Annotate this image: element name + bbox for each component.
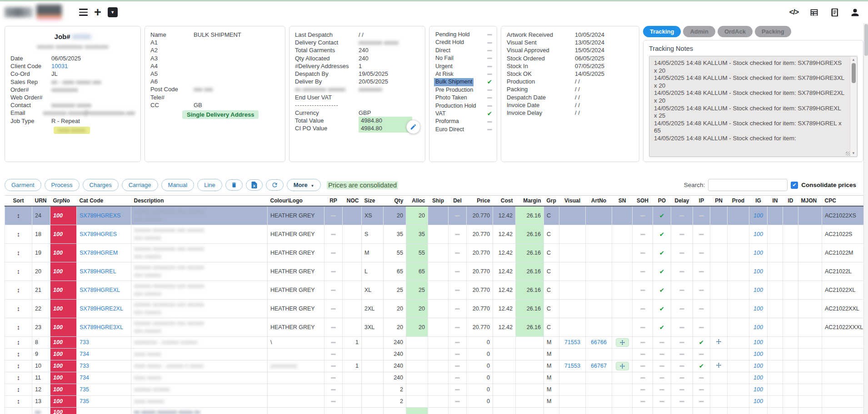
process-button[interactable]: Process [45, 179, 80, 191]
row-drag-handle[interactable]: ↕ [17, 249, 20, 256]
scroll-up-icon[interactable]: ▲ [852, 58, 855, 62]
row-drag-handle[interactable]: ↕ [17, 212, 20, 219]
notes-scrollbar-thumb[interactable] [852, 63, 856, 83]
ig-link[interactable]: 100 [753, 363, 763, 369]
row-drag-handle[interactable]: ↕ [17, 268, 20, 275]
page-scrollbar[interactable] [863, 23, 868, 414]
menu-icon[interactable] [79, 9, 88, 16]
flag-pending-hold[interactable]: Pending Hold [434, 31, 492, 39]
pn-move-button[interactable] [716, 362, 722, 368]
row-drag-handle[interactable]: ↕ [17, 386, 20, 393]
table-icon[interactable] [809, 8, 819, 17]
row-drag-handle[interactable]: ↕ [17, 231, 20, 238]
stock-move-button[interactable] [616, 338, 629, 347]
flag-at-risk[interactable]: At Risk [434, 70, 492, 78]
col-header-qty[interactable]: Qty [384, 196, 406, 207]
table-row[interactable]: ↕13100735xxxx xxxxxx20M100 [5, 395, 868, 407]
col-header-delay[interactable]: Delay [671, 196, 693, 207]
col-header-grpno[interactable]: GrpNo [50, 196, 77, 207]
notes-scrollbar[interactable]: ▲ ▼ [850, 57, 857, 156]
inbox-dropdown-icon[interactable]: ▼ [108, 7, 118, 17]
cat-link[interactable]: SX789HGREM [80, 250, 118, 256]
cat-link[interactable]: 735 [80, 398, 89, 404]
ig-link[interactable]: 100 [753, 398, 763, 404]
row-drag-handle[interactable]: ↕ [17, 286, 20, 294]
col-header-cat[interactable]: Cat Code [77, 196, 131, 207]
col-header-in[interactable]: IN [768, 196, 783, 207]
col-header-cost[interactable]: Cost [493, 196, 516, 207]
flag-bulk-shipment[interactable]: Bulk Shipment✔ [434, 78, 492, 86]
charges-button[interactable]: Charges [83, 179, 119, 191]
artno-link[interactable]: 66766 [591, 339, 607, 345]
manual-button[interactable]: Manual [161, 179, 195, 191]
ig-link[interactable]: 100 [753, 339, 763, 345]
cat-link[interactable]: SX789HGRES [80, 231, 117, 237]
ig-link[interactable]: 100 [753, 351, 763, 357]
row-drag-handle[interactable]: ↕ [17, 374, 20, 381]
ig-link[interactable]: 100 [753, 306, 763, 312]
ig-link[interactable]: 100 [753, 231, 763, 237]
cat-link[interactable]: SX789HGREXS [80, 212, 120, 219]
col-header-cpc[interactable]: CPC [822, 196, 868, 207]
resize-grip[interactable] [846, 152, 850, 156]
row-drag-handle[interactable]: ↕ [17, 398, 20, 405]
col-header-prod[interactable]: Prod [728, 196, 749, 207]
col-header-del[interactable]: Del [449, 196, 467, 207]
garment-button[interactable]: Garment [5, 179, 41, 191]
col-header-colour[interactable]: Colour\Logo [268, 196, 324, 207]
col-header-grp[interactable]: Grp [544, 196, 559, 207]
col-header-pn[interactable]: PN [710, 196, 728, 207]
table-row[interactable]: ↕19100SX789HGREMxxxxxx xxxxxxxx xxx xxxx… [5, 243, 868, 262]
col-header-sn[interactable]: SN [612, 196, 633, 207]
visual-link[interactable]: 71553 [564, 339, 580, 345]
pn-move-button[interactable] [716, 339, 722, 345]
col-header-ip[interactable]: IP [693, 196, 710, 207]
col-header-rp[interactable]: RP [324, 196, 343, 207]
ig-link[interactable]: 100 [753, 268, 763, 275]
flag-vat[interactable]: VAT✔ [434, 110, 492, 118]
row-drag-handle[interactable]: ↕ [17, 305, 20, 312]
line-button[interactable]: Line [197, 179, 222, 191]
cat-link[interactable]: 735 [80, 386, 89, 393]
col-header-ship[interactable]: Ship [428, 196, 449, 207]
col-header-urn[interactable]: URN [32, 196, 50, 207]
table-row[interactable]: ↕20100SX789HGRELxxxxxx xxxxxxxx xxx xxxx… [5, 262, 868, 281]
ig-link[interactable]: 100 [753, 386, 763, 393]
table-row[interactable]: xx100xx xxxxx xxxxxxx xxxxx xx [5, 407, 868, 414]
flag-proforma[interactable]: Proforma [434, 118, 492, 125]
flag-photo-taken[interactable]: Photo Taken [434, 94, 492, 102]
ig-link[interactable]: 100 [753, 375, 763, 381]
visual-link[interactable]: 71553 [564, 363, 580, 369]
tab-admin[interactable]: Admin [683, 26, 715, 37]
user-icon[interactable] [850, 8, 860, 17]
ig-link[interactable]: 100 [753, 287, 763, 293]
ig-link[interactable]: 100 [753, 250, 763, 256]
table-row[interactable]: ↕8100733xxxxxxxx - xxxxxx xxxxxx\12400M7… [5, 336, 868, 348]
col-header-desc[interactable]: Description [131, 196, 268, 207]
col-header-soh[interactable]: SOH [633, 196, 653, 207]
tab-packing[interactable]: Packing [755, 26, 791, 37]
table-row[interactable]: ↕22100SX789HGRE2XLxxxxxx xxxxxxxx xxx xx… [5, 299, 868, 318]
row-drag-handle[interactable]: ↕ [17, 339, 20, 346]
search-input[interactable] [708, 179, 788, 191]
col-header-alloc[interactable]: Alloc [406, 196, 428, 207]
job-field-value[interactable]: 10031 [51, 62, 68, 70]
edit-value-button[interactable] [406, 120, 420, 134]
col-header-margin[interactable]: Margin [516, 196, 544, 207]
flag-urgent[interactable]: Urgent [434, 63, 492, 70]
table-row[interactable]: ↕10100733xxxx xxxxx - xxxxxx x xxxxx(xxx… [5, 360, 868, 372]
stock-move-button[interactable] [616, 362, 629, 370]
add-icon[interactable]: + [94, 8, 101, 17]
col-header-id[interactable]: ID [783, 196, 798, 207]
row-drag-handle[interactable]: ↕ [17, 324, 20, 331]
cat-link[interactable]: 733 [80, 339, 89, 345]
col-header-size[interactable]: Size [362, 196, 384, 207]
row-drag-handle[interactable]: ↕ [17, 350, 20, 358]
journal-icon[interactable] [830, 8, 839, 17]
delete-line-button[interactable] [225, 179, 243, 191]
artno-link[interactable]: 66767 [591, 363, 607, 369]
col-header-sort[interactable]: Sort [5, 196, 32, 207]
tab-ordack[interactable]: OrdAck [718, 26, 753, 37]
col-header-artno[interactable]: ArtNo [586, 196, 612, 207]
table-row[interactable]: ↕9100734xxxx xxxxx2400M100 [5, 348, 868, 360]
